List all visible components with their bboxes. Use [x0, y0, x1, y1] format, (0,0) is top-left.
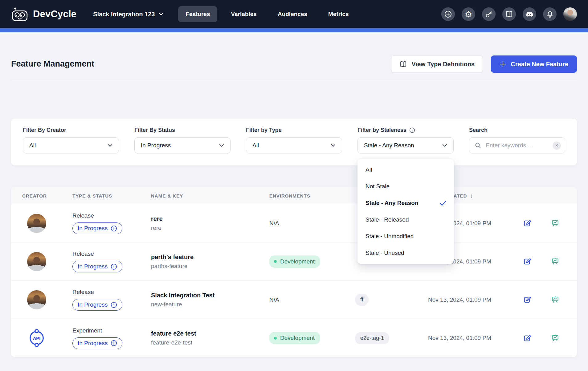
- docs-button[interactable]: [502, 7, 516, 21]
- tab-variables[interactable]: Variables: [223, 6, 264, 22]
- column-header-name-key: NAME & KEY: [151, 193, 269, 198]
- user-avatar[interactable]: [563, 7, 577, 21]
- menu-item-stale-unused[interactable]: Stale - Unused: [357, 245, 454, 261]
- view-type-definitions-button[interactable]: View Type Definitions: [391, 55, 483, 73]
- close-icon: ✕: [555, 143, 559, 148]
- clear-search-button[interactable]: ✕: [553, 141, 561, 150]
- metrics-board-button[interactable]: [551, 295, 560, 304]
- chevron-down-icon: [159, 13, 163, 16]
- feature-key: parths-feature: [151, 263, 269, 270]
- tag-badge: ff: [355, 294, 369, 306]
- accent-bar: [0, 28, 588, 32]
- brand-name: DevCycle: [33, 9, 76, 20]
- feature-type: Experiment: [72, 327, 151, 334]
- bell-icon: [546, 10, 554, 18]
- metrics-board-button[interactable]: [551, 219, 560, 228]
- devcycle-logo[interactable]: DevCycle: [11, 7, 76, 22]
- staleness-dropdown-menu: All Not Stale Stale - Any Reason Stale -…: [357, 159, 454, 264]
- table-row: Release In Progress rere rere N/A Nov 13…: [11, 204, 577, 243]
- menu-item-stale-unmodified[interactable]: Stale - Unmodified: [357, 228, 454, 245]
- environment-badge: Development: [269, 255, 320, 268]
- creator-avatar: [27, 290, 46, 309]
- feature-name-link[interactable]: Slack Integration Test: [151, 292, 269, 299]
- table-row: API Experiment In Progress feature e2e t…: [11, 319, 577, 357]
- features-table: CREATOR TYPE & STATUS NAME & KEY ENVIRON…: [11, 187, 577, 357]
- metrics-board-button[interactable]: [551, 334, 560, 343]
- menu-item-not-stale[interactable]: Not Stale: [357, 178, 454, 195]
- chevron-down-icon: [331, 144, 336, 147]
- env-dot-icon: [274, 260, 277, 263]
- notifications-button[interactable]: [543, 7, 557, 21]
- svg-text:API: API: [33, 336, 41, 341]
- api-creator-icon: API: [27, 328, 72, 348]
- key-icon: [485, 10, 493, 18]
- discord-button[interactable]: [523, 7, 536, 21]
- chevron-down-icon: [108, 144, 112, 147]
- menu-item-all[interactable]: All: [357, 161, 454, 178]
- search-placeholder: Enter keywords...: [486, 142, 549, 149]
- alert-circle-icon: [111, 263, 117, 270]
- project-selector[interactable]: Slack Integration 123: [93, 11, 163, 18]
- filter-staleness-select[interactable]: Stale - Any Reason: [357, 137, 454, 153]
- env-dot-icon: [274, 337, 277, 340]
- search-label: Search: [469, 127, 565, 133]
- status-badge: In Progress: [72, 299, 122, 311]
- search-icon: [474, 142, 482, 149]
- feature-type: Release: [72, 251, 151, 257]
- book-icon: [399, 60, 407, 68]
- search-input[interactable]: Enter keywords... ✕: [469, 137, 565, 153]
- page-title: Feature Management: [11, 59, 94, 69]
- menu-item-stale-any-reason[interactable]: Stale - Any Reason: [357, 195, 454, 211]
- tab-metrics[interactable]: Metrics: [321, 6, 356, 22]
- environments-value: N/A: [269, 220, 279, 226]
- tag-badge: e2e-tag-1: [355, 332, 389, 344]
- creator-avatar: [27, 252, 46, 271]
- alert-circle-icon: [111, 225, 117, 232]
- feature-name-link[interactable]: parth's feature: [151, 254, 269, 261]
- edit-feature-button[interactable]: [523, 295, 532, 304]
- metrics-board-button[interactable]: [551, 257, 560, 266]
- table-row: Release In Progress Slack Integration Te…: [11, 281, 577, 319]
- filter-type-select[interactable]: All: [246, 137, 342, 153]
- filter-staleness-label: Filter by Staleness: [357, 127, 454, 133]
- filter-creator-select[interactable]: All: [23, 137, 119, 153]
- add-button[interactable]: [441, 7, 455, 21]
- info-icon[interactable]: [409, 127, 415, 133]
- filter-status: Filter By Status In Progress: [134, 127, 231, 157]
- feature-management-page: DevCycle Slack Integration 123 Features …: [0, 0, 588, 371]
- book-icon: [505, 10, 513, 18]
- creator-avatar: [27, 214, 46, 233]
- feature-type: Release: [72, 289, 151, 296]
- chevron-down-icon: [219, 144, 224, 147]
- api-keys-button[interactable]: [482, 7, 496, 21]
- top-navbar: DevCycle Slack Integration 123 Features …: [0, 0, 588, 28]
- status-badge: In Progress: [72, 222, 122, 234]
- table-row: Release In Progress parth's feature part…: [11, 243, 577, 281]
- sort-desc-icon: ↓: [470, 193, 473, 199]
- filter-type: Filter by Type All: [246, 127, 342, 157]
- filter-status-select[interactable]: In Progress: [134, 137, 231, 153]
- tab-features[interactable]: Features: [178, 6, 217, 22]
- column-header-environments: ENVIRONMENTS: [269, 193, 355, 198]
- column-header-creator: CREATOR: [11, 193, 72, 198]
- updated-timestamp: Nov 13, 2024, 01:09 PM: [428, 335, 491, 341]
- filter-status-label: Filter By Status: [134, 127, 231, 133]
- feature-name-link[interactable]: rere: [151, 215, 269, 222]
- settings-button[interactable]: ⚙: [462, 7, 475, 21]
- devcycle-robot-icon: [11, 7, 28, 22]
- tab-audiences[interactable]: Audiences: [270, 6, 315, 22]
- edit-feature-button[interactable]: [523, 219, 532, 228]
- header-divider: [11, 81, 577, 81]
- edit-feature-button[interactable]: [523, 334, 532, 343]
- filter-staleness: Filter by Staleness Stale - Any Reason: [357, 127, 454, 157]
- menu-item-stale-released[interactable]: Stale - Released: [357, 211, 454, 228]
- filter-creator-label: Filter By Creator: [23, 127, 119, 133]
- check-icon: [439, 199, 447, 207]
- edit-feature-button[interactable]: [523, 257, 532, 266]
- create-new-feature-button[interactable]: Create New Feature: [491, 55, 577, 73]
- feature-name-link[interactable]: feature e2e test: [151, 330, 269, 337]
- alert-circle-icon: [111, 340, 117, 346]
- feature-key: new-feature: [151, 301, 269, 308]
- discord-icon: [525, 10, 534, 18]
- feature-type: Release: [72, 212, 151, 219]
